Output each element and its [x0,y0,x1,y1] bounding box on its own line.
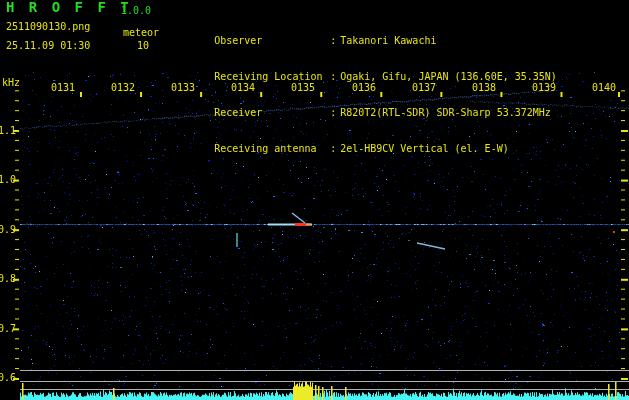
time-tick-label: 0131 [50,82,76,93]
time-tick-label: 0137 [411,82,437,93]
info-value: 2el-HB9CV Vertical (el. E-W) [340,143,509,154]
time-tick-label: 0134 [230,82,256,93]
info-value: R820T2(RTL-SDR) SDR-Sharp 53.372MHz [340,107,551,118]
info-label: Observer [214,35,330,46]
time-tick-label: 0139 [531,82,557,93]
freq-tick-label: 1.1 [0,125,13,136]
time-tick-label: 0136 [351,82,377,93]
time-tick-label: 0140 [591,82,617,93]
info-row-receiver: Receiver:R820T2(RTL-SDR) SDR-Sharp 53.37… [178,96,557,110]
info-colon: : [330,71,340,82]
info-value: Ogaki, Gifu, JAPAN (136.60E, 35.35N) [340,71,557,82]
info-label: Receiving Location [214,71,330,82]
freq-axis-unit: kHz [2,77,20,88]
freq-tick-label: 1.0 [0,174,13,185]
info-value: Takanori Kawachi [340,35,436,46]
freq-tick-label: 0.8 [0,273,13,284]
info-colon: : [330,35,340,46]
freq-tick-label: 0.7 [0,323,13,334]
freq-tick-label: 0.9 [0,224,13,235]
hrofft-output: H R O F F T 1.0.0 2511090130.png meteor … [0,0,629,400]
time-tick-label: 0138 [471,82,497,93]
info-row-observer: Observer:Takanori Kawachi [178,24,557,38]
info-label: Receiver [214,107,330,118]
output-filename: 2511090130.png [6,21,90,32]
info-row-antenna: Receiving antenna:2el-HB9CV Vertical (el… [178,132,557,146]
info-colon: : [330,143,340,154]
meteor-count: 10 [137,40,149,51]
time-tick-label: 0135 [290,82,316,93]
app-version: 1.0.0 [121,5,151,16]
time-tick-label: 0133 [170,82,196,93]
window-timestamp: 25.11.09 01:30 [6,40,90,51]
info-colon: : [330,107,340,118]
time-tick-label: 0132 [110,82,136,93]
info-label: Receiving antenna [214,143,330,154]
info-row-location: Receiving Location:Ogaki, Gifu, JAPAN (1… [178,60,557,74]
app-title: H R O F F T [6,2,132,13]
mode-label: meteor [123,27,159,38]
freq-tick-label: 0.6 [0,372,13,383]
